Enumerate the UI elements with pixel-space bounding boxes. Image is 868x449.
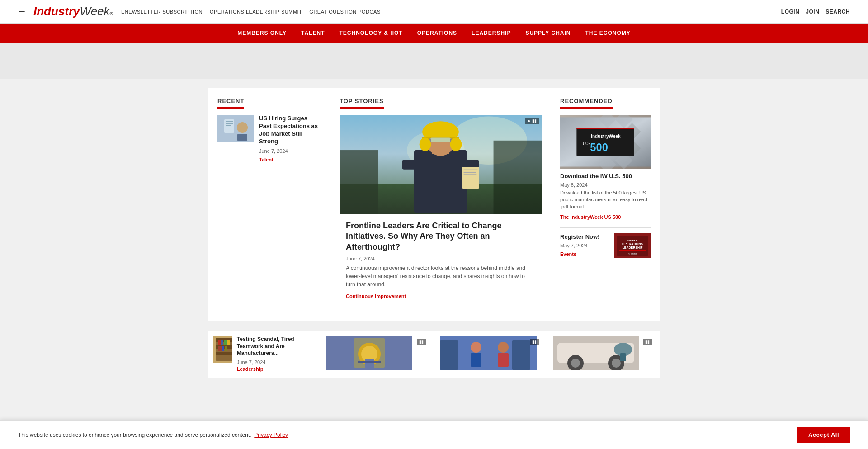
recent-column: RECENT US Hiring Surges Past Exp (208, 88, 330, 321)
nav-talent[interactable]: TALENT (301, 30, 325, 36)
svg-rect-37 (576, 128, 634, 129)
recommended-column: RECOMMENDED (551, 88, 660, 321)
primary-nav: MEMBERS ONLY TALENT TECHNOLOGY & IIOT OP… (0, 24, 868, 43)
ad-banner-space (0, 43, 868, 79)
recent-article-date: June 7, 2024 (259, 148, 321, 154)
podcast-link[interactable]: GREAT QUESTION PODCAST (309, 9, 384, 14)
top-story-image: ▶ ▮▮ (340, 115, 542, 214)
bottom-article-1-title: Testing Scandal, Tired Teamwork and Are … (237, 336, 315, 357)
login-link[interactable]: LOGIN (781, 9, 800, 15)
site-logo[interactable]: IndustryWeek® (33, 5, 113, 19)
recent-article-info: US Hiring Surges Past Expectations as Jo… (259, 115, 321, 163)
svg-point-70 (498, 342, 509, 353)
bottom-4-video-icon: ▮▮ (643, 339, 652, 345)
bottom-thumb-3-svg (440, 336, 537, 370)
svg-text:LEADERSHIP: LEADERSHIP (622, 246, 642, 249)
top-story-tag[interactable]: Continuous Improvement (346, 293, 406, 299)
video-indicator: ▶ ▮▮ (525, 118, 539, 124)
nav-operations[interactable]: OPERATIONS (417, 30, 457, 36)
us500-date: May 8, 2024 (560, 182, 651, 188)
enewsletter-link[interactable]: ENEWSLETTER SUBSCRIPTION (121, 9, 203, 14)
bottom-article-1-tag[interactable]: Leadership (237, 366, 264, 372)
svg-text:500: 500 (590, 142, 608, 153)
svg-rect-59 (225, 346, 227, 351)
svg-point-21 (420, 137, 431, 151)
top-story-article[interactable]: ▶ ▮▮ Frontline Leaders Are Critical to C… (340, 115, 542, 306)
event-date: May 7, 2024 (560, 243, 610, 248)
logo-week: Week (80, 5, 110, 19)
nav-economy[interactable]: THE ECONOMY (585, 30, 630, 36)
svg-rect-58 (222, 346, 224, 351)
content-grid: RECENT US Hiring Surges Past Exp (208, 88, 660, 321)
svg-rect-28 (464, 174, 477, 175)
svg-rect-52 (216, 352, 232, 355)
bottom-article-1[interactable]: Testing Scandal, Tired Teamwork and Are … (208, 331, 321, 378)
recent-article-thumbnail (217, 115, 254, 142)
us500-image: IndustryWeek U.S. 500 (560, 115, 651, 169)
nav-leadership[interactable]: LEADERSHIP (472, 30, 511, 36)
top-story-date: June 7, 2024 (346, 256, 535, 261)
recent-article[interactable]: US Hiring Surges Past Expectations as Jo… (217, 115, 321, 163)
svg-rect-57 (218, 346, 222, 351)
recommended-event[interactable]: Register Now! May 7, 2024 Events SIMPLY … (560, 233, 651, 258)
svg-rect-46 (619, 250, 646, 251)
us500-link[interactable]: The IndustryWeek US 500 (560, 214, 621, 220)
nav-members-only[interactable]: MEMBERS ONLY (237, 30, 287, 36)
event-tag[interactable]: Events (560, 251, 576, 257)
bottom-article-4[interactable]: ▮▮ (547, 331, 660, 378)
svg-rect-55 (224, 340, 227, 345)
svg-rect-27 (464, 172, 476, 173)
svg-point-78 (571, 359, 580, 368)
svg-rect-53 (218, 340, 221, 345)
svg-rect-71 (498, 353, 509, 367)
bottom-article-2[interactable]: ▮▮ (321, 331, 434, 378)
svg-rect-0 (217, 115, 254, 142)
svg-rect-2 (226, 121, 233, 122)
svg-rect-56 (227, 340, 230, 345)
ops-summit-link[interactable]: OPERATIONS LEADERSHIP SUMMIT (210, 9, 302, 14)
bottom-article-1-thumb (213, 336, 232, 372)
svg-rect-6 (237, 134, 247, 141)
recent-section-title: RECENT (217, 98, 244, 109)
svg-point-22 (450, 137, 462, 151)
recent-thumb-image (217, 115, 254, 142)
svg-rect-72 (512, 340, 530, 370)
nav-technology[interactable]: TECHNOLOGY & IIOT (340, 30, 403, 36)
svg-text:IndustryWeek: IndustryWeek (591, 134, 621, 139)
hamburger-icon[interactable]: ☰ (18, 7, 25, 17)
svg-rect-23 (402, 160, 419, 169)
svg-point-68 (471, 342, 481, 353)
svg-rect-73 (440, 340, 458, 370)
bottom-article-4-thumb: ▮▮ (553, 336, 655, 371)
bottom-article-3[interactable]: ▮▮ (434, 331, 547, 378)
bottom-2-video-icon: ▮▮ (417, 339, 426, 345)
search-link[interactable]: SEARCH (826, 9, 850, 15)
svg-rect-69 (471, 353, 481, 367)
top-story-text-overlay: Frontline Leaders Are Critical to Change… (340, 214, 542, 306)
nav-supply-chain[interactable]: SUPPLY CHAIN (525, 30, 571, 36)
bottom-article-3-thumb: ▮▮ (440, 336, 542, 371)
event-title: Register Now! (560, 233, 610, 241)
svg-rect-12 (494, 141, 542, 214)
svg-rect-4 (226, 125, 231, 126)
svg-point-5 (237, 122, 248, 133)
site-header: ☰ IndustryWeek® ENEWSLETTER SUBSCRIPTION… (0, 0, 868, 24)
svg-rect-13 (414, 150, 467, 213)
recent-article-tag[interactable]: Talent (259, 157, 274, 162)
svg-text:SIMPLY: SIMPLY (627, 239, 637, 242)
us500-description: Download the list of the 500 largest US … (560, 189, 651, 210)
recent-article-title: US Hiring Surges Past Expectations as Jo… (259, 115, 321, 146)
header-left: ☰ IndustryWeek® ENEWSLETTER SUBSCRIPTION… (18, 5, 384, 19)
us500-svg: IndustryWeek U.S. 500 (560, 115, 651, 169)
join-link[interactable]: JOIN (806, 9, 819, 15)
recommended-section-title: RECOMMENDED (560, 98, 613, 109)
svg-text:OPERATIONS: OPERATIONS (622, 242, 643, 246)
bottom-article-1-date: June 7, 2024 (237, 359, 315, 365)
top-stories-section-title: TOP STORIES (340, 98, 384, 109)
svg-point-79 (612, 359, 621, 368)
event-text: Register Now! May 7, 2024 Events (560, 233, 610, 257)
top-stories-column: TOP STORIES (330, 88, 551, 321)
recommended-card-us500[interactable]: IndustryWeek U.S. 500 Download the IW U.… (560, 115, 651, 220)
svg-text:SUMMIT: SUMMIT (628, 253, 637, 255)
svg-rect-81 (620, 353, 626, 361)
